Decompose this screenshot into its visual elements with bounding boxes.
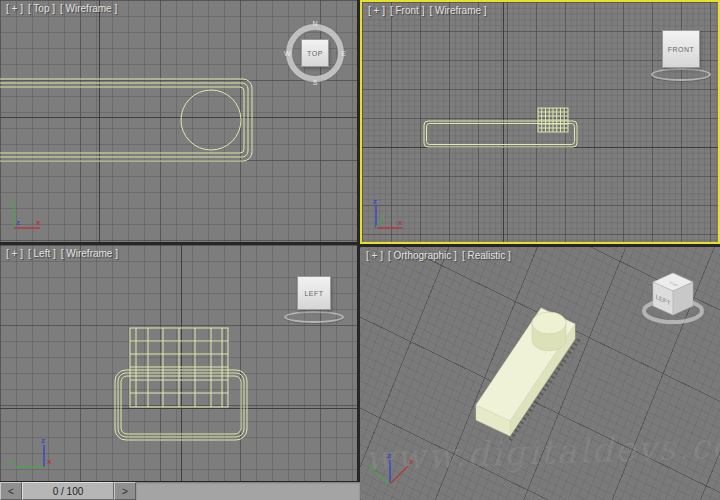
compass-east[interactable]: E <box>341 50 346 57</box>
viewport-menu-shading[interactable]: [ Wireframe ] <box>429 5 486 16</box>
viewcube-top[interactable]: N E S W TOP <box>284 22 346 84</box>
viewport-menu-shading[interactable]: [ Realistic ] <box>462 250 511 261</box>
axis-z-label: z <box>16 218 20 227</box>
viewport-label-front: [ + ] [ Front ] [ Wireframe ] <box>368 5 487 16</box>
viewcube-orthographic[interactable]: LEFT TOP <box>638 265 708 335</box>
time-slider-handle[interactable]: 0 / 100 <box>22 482 114 500</box>
viewport-menu-shading[interactable]: [ Wireframe ] <box>60 3 117 14</box>
next-frame-button[interactable]: > <box>114 482 136 500</box>
viewport-menu-pov[interactable]: [ Orthographic ] <box>388 250 457 261</box>
axis-tripod-front: z x y <box>366 194 414 238</box>
viewport-front-active[interactable]: [ + ] [ Front ] [ Wireframe ] FRONT z x … <box>360 0 720 244</box>
viewport-label-orthographic: [ + ] [ Orthographic ] [ Realistic ] <box>366 250 511 261</box>
cylinder-wireframe-left[interactable] <box>130 328 228 407</box>
max-viewport-area: [ + ] [ Top ] [ Wireframe ] N E S W TOP … <box>0 0 720 500</box>
viewcube-left[interactable]: LEFT <box>283 273 345 329</box>
viewcube-top-face[interactable]: TOP <box>301 39 329 67</box>
viewport-top[interactable]: [ + ] [ Top ] [ Wireframe ] N E S W TOP … <box>0 0 357 242</box>
time-slider: < 0 / 100 > <box>0 481 360 500</box>
cylinder-wireframe-top[interactable] <box>181 90 241 150</box>
axis-x-label: x <box>47 457 52 466</box>
viewcube-ring-icon[interactable] <box>651 68 711 81</box>
compass-south[interactable]: S <box>313 79 318 86</box>
viewcube-front-face[interactable]: FRONT <box>662 30 700 68</box>
viewport-orthographic[interactable]: www.digitaldevs.com [ + ] [ Orthographic… <box>360 247 720 500</box>
axis-tripod-left: z y x <box>4 433 58 477</box>
box-wireframe-top[interactable] <box>0 79 252 161</box>
compass-north[interactable]: N <box>312 20 317 27</box>
viewcube-ring-icon[interactable] <box>284 311 344 323</box>
box-wireframe-front[interactable] <box>424 121 577 147</box>
axis-y-label: y <box>369 462 374 471</box>
axis-y-label: y <box>10 197 15 206</box>
axis-tripod-orthographic: z x y <box>368 446 418 490</box>
viewcube-front[interactable]: FRONT <box>650 28 712 84</box>
previous-frame-button[interactable]: < <box>0 482 22 500</box>
axis-z-label: z <box>41 436 45 445</box>
viewport-label-top: [ + ] [ Top ] [ Wireframe ] <box>6 3 117 14</box>
axis-x-label: x <box>398 218 403 227</box>
cylinder-wireframe-front[interactable] <box>538 108 568 132</box>
axis-x-label: x <box>409 457 414 466</box>
viewport-menu-shading[interactable]: [ Wireframe ] <box>61 248 118 259</box>
viewport-menu-general[interactable]: [ + ] <box>368 5 385 16</box>
viewport-menu-pov[interactable]: [ Top ] <box>28 3 55 14</box>
viewport-menu-pov[interactable]: [ Front ] <box>390 5 424 16</box>
viewport-left[interactable]: [ + ] [ Left ] [ Wireframe ] LEFT z y x <box>0 245 357 481</box>
viewport-menu-general[interactable]: [ + ] <box>6 3 23 14</box>
axis-z-label: z <box>387 451 391 460</box>
axis-y-label: y <box>380 213 385 222</box>
compass-west[interactable]: W <box>284 50 291 57</box>
time-slider-track[interactable] <box>136 482 360 500</box>
axis-y-label: y <box>9 457 14 466</box>
axis-x-label: x <box>36 218 41 227</box>
viewcube-left-face[interactable]: LEFT <box>297 276 331 310</box>
axis-z-label: z <box>373 197 377 206</box>
model-cylinder[interactable] <box>532 312 566 351</box>
viewport-menu-pov[interactable]: [ Left ] <box>28 248 56 259</box>
axis-tripod-top: y x z <box>4 194 52 238</box>
viewport-label-left: [ + ] [ Left ] [ Wireframe ] <box>6 248 118 259</box>
viewport-menu-general[interactable]: [ + ] <box>366 250 383 261</box>
viewport-menu-general[interactable]: [ + ] <box>6 248 23 259</box>
